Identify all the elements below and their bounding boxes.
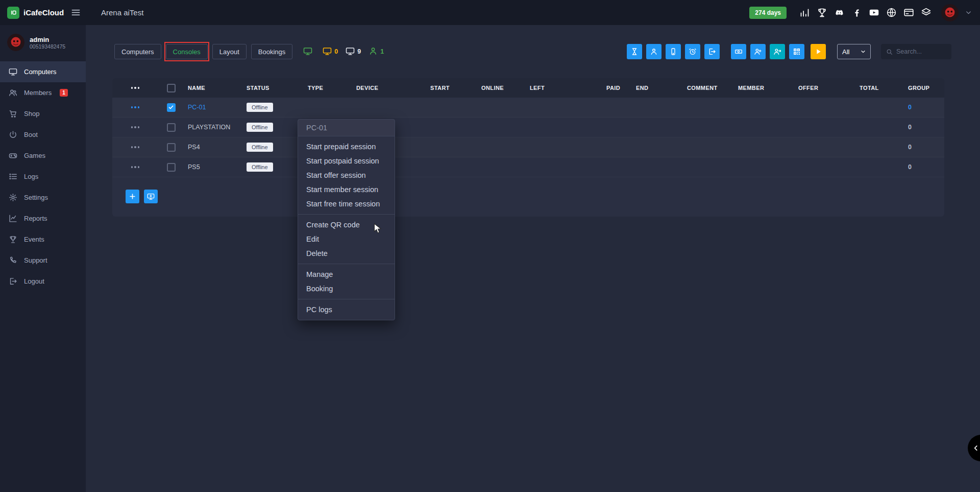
- menu-item-start-member-session[interactable]: Start member session: [298, 182, 395, 197]
- filter-select[interactable]: All: [837, 44, 871, 59]
- sidebar-item-computers[interactable]: Computers: [0, 61, 86, 82]
- table-row: PS4 Offline 0: [112, 137, 944, 157]
- members-count-badge: 1: [60, 89, 68, 97]
- counter-members[interactable]: 1: [369, 46, 384, 57]
- tab-computers[interactable]: Computers: [114, 44, 161, 59]
- chevron-down-icon[interactable]: [965, 9, 972, 16]
- row-checkbox[interactable]: [167, 103, 176, 112]
- user-transfer-icon[interactable]: [770, 44, 785, 59]
- topbar: iCafeCloud Arena aiTest 274 days: [0, 0, 980, 25]
- menu-item-start-offer-session[interactable]: Start offer session: [298, 168, 395, 182]
- checkout-icon[interactable]: [704, 44, 720, 59]
- user-avatar[interactable]: [941, 4, 959, 21]
- group-count: 0: [908, 163, 912, 171]
- tab-bookings[interactable]: Bookings: [251, 44, 292, 59]
- globe-icon[interactable]: [886, 7, 897, 18]
- list-icon: [9, 172, 17, 181]
- group-count: 0: [908, 144, 912, 151]
- table-row: PC-01 Offline 0: [112, 98, 944, 118]
- row-actions-icon[interactable]: [131, 146, 140, 148]
- main-content: Computers Consoles Layout Bookings 0 9 1: [86, 25, 980, 492]
- sidebar-item-label: Games: [24, 152, 45, 159]
- sidebar-item-label: Computers: [24, 68, 57, 76]
- facebook-icon[interactable]: [851, 7, 862, 18]
- tab-label: Computers: [121, 48, 154, 56]
- sidebar-item-support[interactable]: Support: [0, 250, 86, 271]
- sidebar-item-games[interactable]: Games: [0, 145, 86, 166]
- select-all-checkbox[interactable]: [167, 84, 176, 92]
- license-days-badge: 274 days: [749, 7, 787, 19]
- table-header-row: NAME STATUS TYPE DEVICE START ONLINE LEF…: [112, 78, 944, 98]
- sidebar-item-logs[interactable]: Logs: [0, 166, 86, 187]
- trophy-icon[interactable]: [817, 7, 827, 18]
- consoles-table: NAME STATUS TYPE DEVICE START ONLINE LEF…: [112, 78, 944, 217]
- hourglass-icon[interactable]: [627, 44, 642, 59]
- tab-layout[interactable]: Layout: [212, 44, 247, 59]
- console-name-link[interactable]: PS4: [188, 144, 200, 151]
- card-icon[interactable]: [903, 7, 914, 18]
- phone-icon: [9, 256, 17, 265]
- cart-icon: [9, 109, 17, 118]
- sidebar-user-name: admin: [30, 36, 65, 43]
- menu-item-start-postpaid-session[interactable]: Start postpaid session: [298, 154, 395, 168]
- row-checkbox[interactable]: [167, 143, 176, 152]
- column-header: TOTAL: [855, 85, 904, 91]
- menu-item-pc-logs[interactable]: PC logs: [298, 302, 395, 317]
- cash-icon[interactable]: [731, 44, 746, 59]
- sidebar-item-reports[interactable]: Reports: [0, 208, 86, 229]
- sidebar-item-logout[interactable]: Logout: [0, 271, 86, 292]
- menu-item-edit[interactable]: Edit: [298, 232, 395, 246]
- brand-text: iCafeCloud: [23, 8, 64, 17]
- youtube-icon[interactable]: [869, 7, 879, 18]
- row-checkbox[interactable]: [167, 123, 176, 132]
- header-actions-icon[interactable]: [131, 87, 140, 89]
- user-session-icon[interactable]: [646, 44, 662, 59]
- sidebar-item-shop[interactable]: Shop: [0, 103, 86, 124]
- user-plus-icon[interactable]: [750, 44, 766, 59]
- play-icon[interactable]: [811, 44, 826, 59]
- column-header: DEVICE: [352, 85, 426, 91]
- counter-online[interactable]: [303, 46, 315, 57]
- sidebar-user[interactable]: admin 005193482475: [0, 25, 86, 61]
- menu-item-start-prepaid-session[interactable]: Start prepaid session: [298, 139, 395, 154]
- status-badge: Offline: [247, 162, 273, 172]
- console-name-link[interactable]: PC-01: [188, 104, 206, 111]
- sidebar-item-members[interactable]: Members 1: [0, 82, 86, 103]
- power-icon: [9, 130, 17, 139]
- sidebar-item-settings[interactable]: Settings: [0, 187, 86, 208]
- row-checkbox[interactable]: [167, 163, 176, 172]
- sidebar-item-events[interactable]: Events: [0, 229, 86, 250]
- alarm-icon[interactable]: [685, 44, 700, 59]
- counter-busy[interactable]: 0: [323, 46, 338, 57]
- row-actions-icon[interactable]: [131, 126, 140, 128]
- layers-icon[interactable]: [921, 7, 932, 18]
- row-actions-icon[interactable]: [131, 166, 140, 168]
- menu-item-start-free-time-session[interactable]: Start free time session: [298, 197, 395, 211]
- menu-divider: [298, 299, 395, 299]
- add-console-button[interactable]: [126, 190, 139, 203]
- qr-code-icon[interactable]: [789, 44, 804, 59]
- column-header: COMMENT: [683, 85, 734, 91]
- topbar-right: 274 days: [749, 4, 980, 21]
- discord-icon[interactable]: [834, 7, 845, 18]
- row-actions-icon[interactable]: [131, 106, 140, 108]
- console-name-link[interactable]: PLAYSTATION: [188, 124, 230, 131]
- chevron-down-icon: [861, 49, 866, 54]
- hamburger-menu-icon[interactable]: [71, 8, 81, 17]
- mobile-icon[interactable]: [666, 44, 681, 59]
- add-monitor-button[interactable]: [144, 190, 158, 203]
- users-icon: [9, 88, 17, 97]
- icafecloud-logo-icon: [7, 7, 19, 19]
- console-name-link[interactable]: PS5: [188, 163, 200, 171]
- sidebar-item-label: Members: [24, 89, 52, 97]
- counter-offline[interactable]: 9: [346, 46, 361, 57]
- search-input[interactable]: [896, 48, 946, 55]
- menu-item-manage[interactable]: Manage: [298, 267, 395, 282]
- menu-item-create-qr-code[interactable]: Create QR code: [298, 218, 395, 232]
- stats-icon[interactable]: [799, 7, 810, 18]
- filter-selected-value: All: [842, 48, 849, 56]
- menu-item-booking[interactable]: Booking: [298, 282, 395, 296]
- sidebar-item-boot[interactable]: Boot: [0, 124, 86, 145]
- tab-consoles[interactable]: Consoles: [166, 44, 208, 59]
- menu-item-delete[interactable]: Delete: [298, 246, 395, 261]
